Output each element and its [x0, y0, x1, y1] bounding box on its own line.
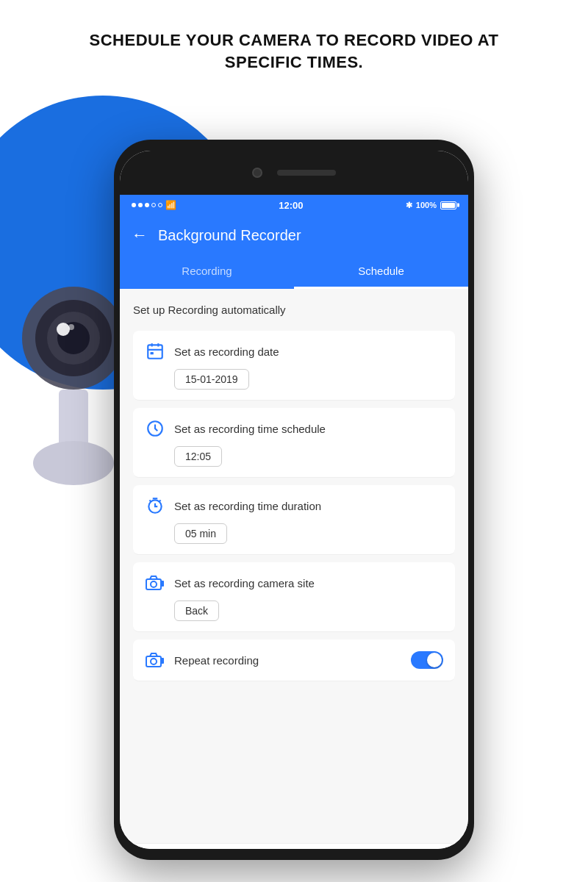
camera-site-row[interactable]: Set as recording camera site Back	[133, 562, 455, 632]
time-schedule-header: Set as recording time schedule	[145, 418, 443, 439]
signal-dot-2	[138, 203, 143, 207]
signal-dots	[132, 203, 162, 207]
status-time: 12:00	[279, 200, 303, 211]
battery-fill	[442, 203, 455, 208]
time-duration-row[interactable]: Set as recording time duration 05 min	[133, 485, 455, 555]
battery-icon	[440, 201, 456, 209]
signal-dot-4	[151, 203, 156, 207]
camera-site-header: Set as recording camera site	[145, 573, 443, 593]
repeat-toggle[interactable]	[411, 651, 443, 669]
svg-rect-21	[161, 658, 164, 664]
bottom-buttons: CANCEL APPLY	[120, 843, 468, 849]
front-camera	[252, 168, 262, 178]
repeat-recording-toggle-row: Repeat recording	[145, 650, 443, 670]
app-title: Background Recorder	[158, 227, 301, 244]
svg-point-7	[33, 441, 114, 485]
toggle-knob	[427, 653, 442, 667]
time-duration-value[interactable]: 05 min	[174, 523, 227, 544]
recording-date-row[interactable]: Set as recording date 15-01-2019	[133, 331, 455, 401]
svg-point-4	[57, 323, 70, 336]
phone-screen: 📶 12:00 ✱ 100% ← Background Recorder	[120, 195, 468, 849]
svg-point-5	[68, 324, 74, 330]
battery-percent: 100%	[416, 201, 437, 209]
cancel-button[interactable]: CANCEL	[120, 844, 288, 849]
repeat-recording-label: Repeat recording	[174, 654, 259, 667]
tab-bar: Recording Schedule	[120, 255, 468, 289]
time-duration-header: Set as recording time duration	[145, 495, 443, 516]
svg-rect-6	[59, 390, 88, 448]
recording-date-value[interactable]: 15-01-2019	[174, 369, 249, 390]
app-header: ← Background Recorder	[120, 215, 468, 255]
svg-point-17	[151, 581, 157, 587]
svg-point-20	[151, 659, 157, 664]
time-schedule-value[interactable]: 12:05	[174, 446, 222, 467]
phone-screen-area: 📶 12:00 ✱ 100% ← Background Recorder	[120, 151, 468, 849]
phone-device: 📶 12:00 ✱ 100% ← Background Recorder	[114, 140, 474, 860]
tab-recording[interactable]: Recording	[120, 255, 294, 289]
tab-schedule[interactable]: Schedule	[294, 255, 468, 289]
camera-site-value[interactable]: Back	[174, 600, 219, 621]
phone-notch	[120, 151, 468, 195]
phone-speaker	[277, 170, 336, 176]
content-area: Set up Recording automatically	[120, 289, 468, 843]
repeat-recording-header: Repeat recording	[145, 650, 259, 670]
signal-dot-3	[145, 203, 149, 207]
timer-icon	[145, 495, 165, 516]
page-header: SCHEDULE YOUR CAMERA TO RECORD VIDEO AT …	[0, 0, 588, 87]
svg-rect-18	[161, 581, 164, 587]
recording-date-header: Set as recording date	[145, 341, 443, 362]
repeat-camera-icon	[145, 650, 165, 670]
wifi-icon: 📶	[165, 200, 176, 210]
bluetooth-icon: ✱	[406, 201, 412, 210]
camera-site-icon	[145, 573, 165, 593]
time-schedule-label: Set as recording time schedule	[174, 423, 326, 435]
status-bar: 📶 12:00 ✱ 100%	[120, 195, 468, 215]
signal-dot-5	[158, 203, 162, 207]
setup-title: Set up Recording automatically	[133, 304, 455, 316]
clock-icon	[145, 418, 165, 439]
camera-site-label: Set as recording camera site	[174, 577, 315, 589]
calendar-icon	[145, 341, 165, 362]
svg-rect-12	[151, 352, 154, 354]
signal-dot-1	[132, 203, 136, 207]
status-right: ✱ 100%	[406, 201, 456, 210]
time-schedule-row[interactable]: Set as recording time schedule 12:05	[133, 408, 455, 478]
recording-date-label: Set as recording date	[174, 345, 279, 358]
svg-rect-8	[148, 345, 162, 358]
repeat-recording-row[interactable]: Repeat recording	[133, 639, 455, 681]
status-left: 📶	[132, 200, 176, 210]
time-duration-label: Set as recording time duration	[174, 500, 321, 512]
back-button[interactable]: ←	[132, 226, 148, 245]
